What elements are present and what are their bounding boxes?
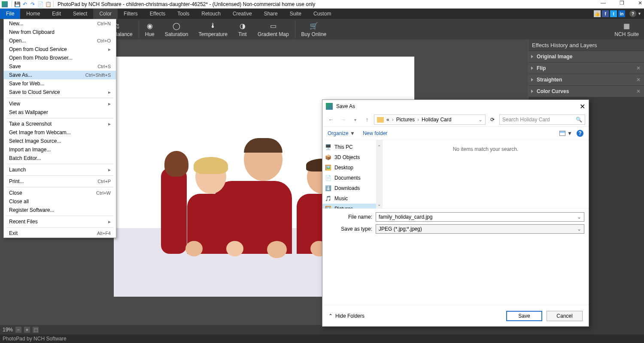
filemenu-get-image-from-webcam[interactable]: Get Image from Webcam... [4, 128, 116, 137]
filemenu-recent-files[interactable]: Recent Files▸ [4, 217, 116, 226]
filemenu-save[interactable]: SaveCtrl+S [4, 62, 116, 71]
nav-up-button[interactable]: ↑ [362, 116, 372, 123]
layer-item[interactable]: Flip✕ [529, 63, 644, 74]
refresh-button[interactable]: ⟳ [487, 117, 498, 123]
filemenu-batch-editor[interactable]: Batch Editor... [4, 154, 116, 162]
filename-input[interactable]: family_holiday_card.jpg⌄ [376, 212, 584, 222]
filemenu-launch[interactable]: Launch▸ [4, 165, 116, 174]
filemenu-new[interactable]: New...Ctrl+N [4, 19, 116, 28]
menu-creative[interactable]: Creative [227, 9, 258, 19]
linkedin-icon[interactable]: in [618, 10, 625, 17]
menu-share[interactable]: Share [258, 9, 284, 19]
layer-item[interactable]: Original Image [529, 51, 644, 62]
menu-tools[interactable]: Tools [171, 9, 195, 19]
filemenu-view[interactable]: View▸ [4, 99, 116, 108]
filemenu-new-from-clipboard[interactable]: New from Clipboard [4, 28, 116, 36]
breadcrumb-caret-icon[interactable]: ⌄ [478, 117, 483, 123]
filemenu-open-from-photo-browser[interactable]: Open from Photo Browser... [4, 54, 116, 62]
menu-custom[interactable]: Custom [307, 9, 337, 19]
filemenu-close[interactable]: CloseCtrl+W [4, 189, 116, 197]
layer-remove-icon[interactable]: ✕ [636, 77, 641, 83]
undo-icon[interactable]: ↶ [21, 1, 28, 8]
redo-icon[interactable]: ↷ [29, 1, 36, 8]
filemenu-register-software[interactable]: Register Software... [4, 206, 116, 214]
tree-desktop[interactable]: 🖼️Desktop [322, 162, 382, 173]
ribbon-buy-online[interactable]: 🛒Buy Online [296, 19, 332, 39]
menu-effects[interactable]: Effects [144, 9, 171, 19]
filetype-select[interactable]: JPEG (*.jpg;*.jpeg)⌄ [376, 224, 584, 234]
filemenu-print[interactable]: Print...Ctrl+P [4, 177, 116, 186]
paste-icon[interactable]: 📋 [45, 1, 52, 8]
save-button[interactable]: Save [506, 311, 542, 321]
menu-color[interactable]: Color [93, 9, 118, 19]
filemenu-import-an-image[interactable]: Import an Image... [4, 145, 116, 154]
filemenu-save-to-cloud-service[interactable]: Save to Cloud Service▸ [4, 88, 116, 96]
organize-menu[interactable]: Organize ▼ [328, 130, 355, 136]
ribbon-temperature[interactable]: 🌡Temperature [194, 19, 233, 39]
crumb-holiday[interactable]: Holiday Card [421, 117, 452, 123]
layer-item[interactable]: Color Curves✕ [529, 86, 644, 97]
menu-select[interactable]: Select [67, 9, 93, 19]
nav-back-button[interactable]: ← [326, 116, 336, 123]
help-icon[interactable]: ? [629, 10, 636, 17]
footer: PhotoPad by NCH Software [0, 334, 644, 343]
crumb-pictures[interactable]: Pictures [395, 117, 416, 123]
menu-suite[interactable]: Suite [284, 9, 307, 19]
help-button[interactable]: ? [577, 130, 583, 137]
twitter-icon[interactable]: t [610, 10, 617, 17]
filemenu-exit[interactable]: ExitAlt+F4 [4, 229, 116, 238]
dialog-titlebar: Save As ✕ [322, 100, 589, 113]
tree-downloads[interactable]: ⬇️Downloads [322, 183, 382, 193]
filemenu-select-image-source[interactable]: Select Image Source... [4, 137, 116, 145]
dl-icon: ⬇️ [325, 185, 332, 191]
app-icon [2, 1, 8, 7]
zoom-value: 19% [3, 327, 13, 333]
tree-3d[interactable]: 📦3D Objects [322, 152, 382, 162]
layer-remove-icon[interactable]: ✕ [636, 65, 641, 71]
filemenu-save-as[interactable]: Save As...Ctrl+Shift+S [4, 71, 116, 79]
search-field[interactable]: Search Holiday Card 🔍 [499, 114, 585, 125]
nav-dropdown-button[interactable]: ▾ [350, 117, 360, 122]
tree-documents[interactable]: 📄Documents [322, 173, 382, 183]
zoom-in-button[interactable]: + [24, 327, 30, 333]
zoom-fit-button[interactable]: ⬚ [33, 327, 39, 333]
breadcrumb[interactable]: « › Pictures › Holiday Card ⌄ [374, 114, 486, 125]
crumb-root[interactable]: « [386, 117, 390, 123]
facebook-icon[interactable]: f [602, 10, 609, 17]
menu-home[interactable]: Home [20, 9, 46, 19]
filemenu-close-all[interactable]: Close all [4, 197, 116, 206]
quick-save-icon[interactable]: 💾 [14, 1, 21, 8]
menu-file[interactable]: File [0, 9, 20, 19]
ribbon-tint[interactable]: ◑Tint [233, 19, 252, 39]
filemenu-open[interactable]: Open...Ctrl+O [4, 36, 116, 45]
zoom-out-button[interactable]: − [15, 327, 21, 333]
tree-pictures[interactable]: 🖼️Pictures [322, 204, 382, 208]
dialog-close-button[interactable]: ✕ [580, 102, 585, 111]
filemenu-set-as-wallpaper[interactable]: Set as Wallpaper [4, 108, 116, 117]
nav-fwd-button[interactable]: → [338, 116, 348, 123]
menu-retouch[interactable]: Retouch [195, 9, 227, 19]
layer-item[interactable]: Straighten✕ [529, 74, 644, 85]
view-mode-button[interactable]: ▼ [559, 130, 572, 136]
menu-edit[interactable]: Edit [46, 9, 67, 19]
new-folder-button[interactable]: New folder [363, 130, 387, 136]
minimize-button[interactable]: — [601, 0, 606, 6]
nch-suite-button[interactable]: ▦NCH Suite [609, 19, 644, 39]
filemenu-take-a-screenshot[interactable]: Take a Screenshot▸ [4, 120, 116, 128]
layer-remove-icon[interactable]: ✕ [636, 88, 641, 94]
menu-filters[interactable]: Filters [118, 9, 144, 19]
copy-icon[interactable]: 📄 [37, 1, 44, 8]
ribbon-gradient-map[interactable]: ▭Gradient Map [252, 19, 294, 39]
cancel-button[interactable]: Cancel [547, 311, 583, 321]
tree-scrollbar[interactable]: ⌃⌄ [376, 140, 382, 208]
tree-music[interactable]: 🎵Music [322, 193, 382, 204]
close-button[interactable]: ✕ [638, 0, 642, 6]
filemenu-open-from-cloud-service[interactable]: Open from Cloud Service▸ [4, 45, 116, 54]
maximize-button[interactable]: ❐ [620, 0, 624, 6]
like-icon[interactable]: 👍 [594, 10, 601, 17]
tree-this[interactable]: 🖥️This PC [322, 142, 382, 152]
filemenu-save-for-web[interactable]: Save for Web... [4, 79, 116, 88]
hide-folders-button[interactable]: ⌃ Hide Folders [328, 313, 365, 319]
ribbon-hue[interactable]: ◉Hue [140, 19, 160, 39]
ribbon-saturation[interactable]: ◯Saturation [160, 19, 194, 39]
